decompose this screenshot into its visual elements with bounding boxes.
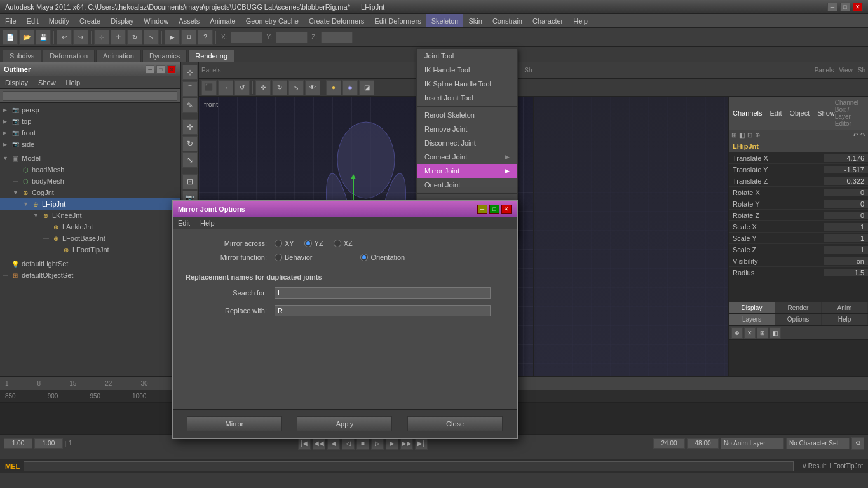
tree-item-top[interactable]: ▶ 📷 top bbox=[0, 116, 180, 127]
tree-item-lfoottipjnt[interactable]: — ⊕ LFootTipJnt bbox=[0, 244, 180, 255]
tb-redo[interactable]: ↪ bbox=[73, 30, 88, 45]
outliner-search-input[interactable] bbox=[3, 91, 177, 101]
channel-value[interactable]: 4.176 bbox=[824, 154, 868, 162]
tb-open[interactable]: 📂 bbox=[19, 30, 34, 45]
tree-item-headmesh[interactable]: — ⬡ headMesh bbox=[0, 164, 180, 175]
tb-options[interactable]: ⚙ bbox=[181, 30, 196, 45]
mirror-menu-edit[interactable]: Edit bbox=[173, 217, 195, 229]
tb-rotate[interactable]: ↻ bbox=[127, 30, 142, 45]
mirror-behavior-option[interactable]: Behavior bbox=[275, 254, 312, 261]
menu-edit-deformers[interactable]: Edit Deformers bbox=[369, 14, 426, 27]
menu-edit[interactable]: Edit bbox=[22, 14, 44, 27]
mirror-yz-radio[interactable] bbox=[304, 240, 312, 247]
tree-item-front[interactable]: ▶ 📷 front bbox=[0, 127, 180, 139]
cb-edit-tab[interactable]: Edit bbox=[770, 109, 782, 117]
close-button[interactable]: ✕ bbox=[853, 3, 863, 11]
tree-item-cogjnt[interactable]: ▼ ⊕ CogJnt bbox=[0, 187, 180, 198]
tb-coord-y[interactable] bbox=[276, 32, 308, 43]
channel-value[interactable]: on bbox=[824, 257, 868, 265]
tab-animation[interactable]: Animation bbox=[96, 50, 141, 62]
tree-item-defaultobjectset[interactable]: — ⊞ defaultObjectSet bbox=[0, 269, 180, 281]
left-tb-snap[interactable]: ⊡ bbox=[182, 174, 198, 189]
vp-icon-light[interactable]: ◈ bbox=[342, 80, 358, 95]
channel-value[interactable]: 0 bbox=[824, 189, 868, 196]
menu-skin[interactable]: Skin bbox=[463, 14, 487, 27]
menu-skeleton[interactable]: Skeleton bbox=[426, 14, 464, 27]
channel-value[interactable]: 0.322 bbox=[824, 177, 868, 185]
tb-coord-x[interactable] bbox=[231, 32, 262, 43]
menu-geometry-cache[interactable]: Geometry Cache bbox=[241, 14, 304, 27]
sk-menu-insert-joint-tool[interactable]: Insert Joint Tool bbox=[417, 91, 517, 105]
tb-help[interactable]: ? bbox=[198, 30, 213, 45]
tree-item-bodymesh[interactable]: — ⬡ bodyMesh bbox=[0, 175, 180, 187]
minimize-button[interactable]: ─ bbox=[827, 3, 837, 11]
tb-move[interactable]: ✛ bbox=[111, 30, 126, 45]
cb-tab-anim[interactable]: Anim bbox=[822, 302, 868, 313]
sk-menu-disconnect-joint[interactable]: Disconnect Joint bbox=[417, 136, 517, 150]
sk-menu-ik-spline-handle-tool[interactable]: IK Spline Handle Tool bbox=[417, 77, 517, 91]
tl-settings[interactable]: ⚙ bbox=[851, 437, 864, 450]
tree-item-side[interactable]: ▶ 📷 side bbox=[0, 139, 180, 150]
left-tb-rotate[interactable]: ↻ bbox=[182, 136, 198, 151]
mirror-dialog-minimize[interactable]: ─ bbox=[477, 205, 487, 214]
cb-tab-render[interactable]: Render bbox=[775, 302, 822, 313]
tb-save[interactable]: 💾 bbox=[36, 30, 51, 45]
menu-display[interactable]: Display bbox=[105, 14, 139, 27]
playback-end-field[interactable] bbox=[687, 438, 719, 449]
tab-dynamics[interactable]: Dynamics bbox=[142, 50, 187, 62]
cb-object-tab[interactable]: Object bbox=[789, 109, 810, 117]
menu-character[interactable]: Character bbox=[527, 14, 568, 27]
cb-bottom-tab-options[interactable]: Options bbox=[775, 314, 822, 325]
channel-value[interactable]: 1.5 bbox=[824, 269, 868, 276]
tab-rendering[interactable]: Rendering bbox=[188, 50, 234, 62]
maximize-button[interactable]: □ bbox=[840, 3, 850, 11]
sk-menu-reroot-skeleton[interactable]: Reroot Skeleton bbox=[417, 108, 517, 122]
tb-render[interactable]: ▶ bbox=[165, 30, 180, 45]
menu-file[interactable]: File bbox=[0, 14, 22, 27]
mirror-yz-option[interactable]: YZ bbox=[304, 240, 323, 247]
sk-menu-mirror-joint[interactable]: Mirror Joint ▶ bbox=[417, 164, 517, 178]
mirror-xy-option[interactable]: XY bbox=[275, 240, 294, 247]
menu-create[interactable]: Create bbox=[74, 14, 105, 27]
vp-icon-cycle[interactable]: ↺ bbox=[234, 80, 250, 95]
tb-select[interactable]: ⊹ bbox=[94, 30, 109, 45]
anim-layer-selector[interactable]: No Anim Layer bbox=[721, 438, 784, 449]
channel-value[interactable]: -1.517 bbox=[824, 166, 868, 173]
left-tb-move[interactable]: ✛ bbox=[182, 119, 198, 135]
outliner-minimize[interactable]: ─ bbox=[146, 65, 154, 74]
tab-deformation[interactable]: Deformation bbox=[43, 50, 95, 62]
tree-item-persp[interactable]: ▶ 📷 persp bbox=[0, 104, 180, 116]
tb-scale[interactable]: ⤡ bbox=[144, 30, 159, 45]
tree-item-lkneejnt[interactable]: ▼ ⊕ LKneeJnt bbox=[0, 210, 180, 221]
vp-icon-cube[interactable]: ⬛ bbox=[201, 80, 217, 95]
right-viewport[interactable]: Channels Edit Object Show Channel Box / … bbox=[534, 97, 868, 376]
cb-channels-tab[interactable]: Channels bbox=[733, 109, 762, 117]
menu-create-deformers[interactable]: Create Deformers bbox=[304, 14, 369, 27]
menu-constrain[interactable]: Constrain bbox=[487, 14, 527, 27]
vp-icon-sphere[interactable]: ● bbox=[326, 80, 341, 95]
mirror-menu-help[interactable]: Help bbox=[195, 217, 220, 229]
menu-modify[interactable]: Modify bbox=[44, 14, 74, 27]
cb-bottom-tab-layers[interactable]: Layers bbox=[729, 314, 775, 325]
mirror-dialog-close[interactable]: ✕ bbox=[501, 205, 512, 214]
left-tb-scale[interactable]: ⤡ bbox=[182, 152, 198, 168]
channel-value[interactable]: 0 bbox=[824, 212, 868, 219]
cb-tab-display[interactable]: Display bbox=[729, 302, 775, 313]
mirror-xz-radio[interactable] bbox=[334, 240, 341, 247]
menu-window[interactable]: Window bbox=[139, 14, 173, 27]
sk-menu-joint-tool[interactable]: Joint Tool bbox=[417, 49, 517, 63]
menu-animate[interactable]: Animate bbox=[205, 14, 240, 27]
tab-subdivs[interactable]: Subdivs bbox=[3, 50, 41, 62]
left-tb-select[interactable]: ⊹ bbox=[182, 65, 198, 80]
character-set-selector[interactable]: No Character Set bbox=[786, 438, 850, 449]
outliner-menu-display[interactable]: Display bbox=[0, 76, 33, 88]
layer-btn4[interactable]: ◧ bbox=[770, 327, 781, 339]
layer-btn3[interactable]: ⊞ bbox=[757, 327, 768, 339]
timeline-current-field[interactable] bbox=[34, 438, 63, 449]
mirror-dialog-maximize[interactable]: □ bbox=[489, 205, 499, 214]
timeline-start-field[interactable] bbox=[4, 438, 32, 449]
tree-item-lfootbasejnt[interactable]: — ⊕ LFootBaseJnt bbox=[0, 233, 180, 244]
vp-icon-scale[interactable]: ⤡ bbox=[288, 80, 304, 95]
apply-button[interactable]: Apply bbox=[297, 416, 392, 431]
layer-btn1[interactable]: ⊕ bbox=[731, 327, 743, 339]
